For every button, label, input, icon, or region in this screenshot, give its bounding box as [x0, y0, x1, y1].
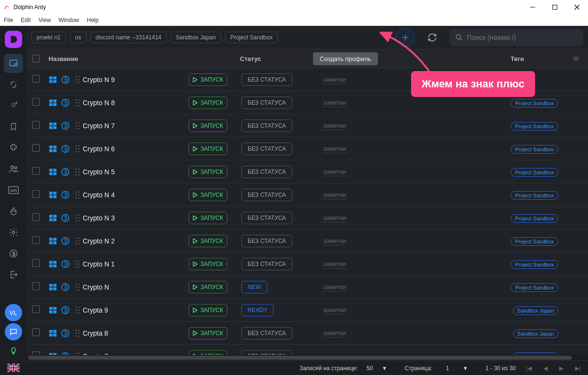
table-row[interactable]: Crypto N 1ЗАПУСКБЕЗ СТАТУСАзаметкиProjec… — [26, 253, 588, 276]
notes-field[interactable]: заметки — [323, 329, 346, 338]
profile-tag[interactable]: Project Sandbox — [511, 191, 558, 200]
launch-button[interactable]: ЗАПУСК — [188, 189, 227, 201]
status-badge[interactable]: БЕЗ СТАТУСА — [241, 143, 292, 155]
app-logo[interactable] — [5, 31, 22, 48]
sidebar-item-api[interactable]: API — [4, 181, 23, 200]
filter-tag[interactable]: discord name --33141414 — [90, 32, 167, 43]
launch-button[interactable]: ЗАПУСК — [188, 212, 227, 224]
menu-window[interactable]: Window — [59, 17, 79, 24]
column-status[interactable]: Статус — [207, 55, 294, 62]
page-value[interactable]: 1 — [446, 365, 449, 372]
status-badge[interactable]: READY — [241, 304, 274, 316]
profile-tag[interactable]: Project Sandbox — [511, 145, 558, 154]
status-badge[interactable]: БЕЗ СТАТУСА — [241, 120, 292, 132]
profile-tag[interactable]: Project Sandbox — [511, 99, 558, 108]
launch-button[interactable]: ЗАПУСК — [188, 143, 227, 155]
page-next-button[interactable]: ▶ — [558, 365, 565, 372]
notes-field[interactable]: заметки — [323, 168, 346, 176]
row-checkbox[interactable] — [32, 144, 40, 152]
drag-handle-icon[interactable] — [75, 329, 83, 337]
filter-tag[interactable]: us — [70, 32, 87, 43]
status-badge[interactable]: БЕЗ СТАТУСА — [241, 327, 292, 339]
maximize-button[interactable] — [544, 0, 566, 14]
row-checkbox[interactable] — [32, 98, 40, 106]
page-last-button[interactable]: ▶| — [574, 365, 582, 372]
launch-button[interactable]: ЗАПУСК — [188, 97, 227, 109]
table-row[interactable]: Crypto N 8ЗАПУСКБЕЗ СТАТУСАзаметкиProjec… — [26, 91, 588, 114]
per-page-dropdown-icon[interactable]: ▼ — [382, 365, 388, 372]
menu-help[interactable]: Help — [87, 17, 99, 24]
sidebar-item-extensions[interactable] — [4, 138, 23, 157]
row-checkbox[interactable] — [32, 328, 40, 336]
status-badge[interactable]: NEW — [241, 281, 267, 293]
profile-tag[interactable]: Sandbox Japan — [513, 329, 558, 338]
drag-handle-icon[interactable] — [75, 122, 83, 130]
launch-button[interactable]: ЗАПУСК — [188, 258, 227, 270]
table-row[interactable]: Crypto N 5ЗАПУСКБЕЗ СТАТУСАзаметкиProjec… — [26, 160, 588, 183]
row-checkbox[interactable] — [32, 259, 40, 267]
notes-field[interactable]: заметки — [323, 99, 346, 107]
column-name[interactable]: Название — [49, 55, 207, 62]
table-row[interactable]: Crypto N 7ЗАПУСКБЕЗ СТАТУСАзаметкиProjec… — [26, 114, 588, 137]
drag-handle-icon[interactable] — [75, 191, 83, 199]
launch-button[interactable]: ЗАПУСК — [188, 350, 227, 355]
idea-icon[interactable] — [4, 342, 23, 360]
launch-button[interactable]: ЗАПУСК — [188, 281, 227, 293]
sidebar-item-settings[interactable] — [4, 223, 23, 242]
sidebar-item-proxy[interactable] — [4, 75, 23, 94]
row-checkbox[interactable] — [32, 190, 40, 198]
table-row[interactable]: Crypto N 9ЗАПУСКБЕЗ СТАТУСАзаметки — [26, 68, 588, 91]
close-button[interactable] — [566, 0, 588, 14]
notes-field[interactable]: заметки — [323, 122, 346, 130]
notes-field[interactable]: заметки — [323, 145, 346, 153]
table-row[interactable]: Crypta 8ЗАПУСКБЕЗ СТАТУСАзаметкиSandbox … — [26, 322, 588, 345]
notes-field[interactable]: заметки — [323, 260, 346, 268]
drag-handle-icon[interactable] — [75, 214, 83, 222]
status-badge[interactable]: БЕЗ СТАТУСА — [241, 166, 292, 178]
page-first-button[interactable]: |◀ — [525, 365, 533, 372]
page-dropdown-icon[interactable]: ▼ — [463, 365, 468, 372]
profile-tag[interactable]: Project Sandbox — [511, 122, 558, 131]
menu-file[interactable]: File — [4, 17, 13, 24]
sidebar-item-team[interactable] — [4, 159, 23, 179]
notes-field[interactable]: заметки — [323, 191, 346, 199]
status-badge[interactable]: БЕЗ СТАТУСА — [241, 350, 292, 355]
row-checkbox[interactable] — [32, 75, 40, 83]
support-chat-button[interactable] — [5, 323, 22, 340]
profile-tag[interactable]: Project Sandbox — [511, 168, 558, 177]
refresh-button[interactable] — [424, 29, 441, 46]
sidebar-item-bookmarks[interactable] — [4, 117, 23, 136]
profile-tag[interactable]: Sandbox Japan — [513, 306, 558, 315]
row-checkbox[interactable] — [32, 236, 40, 244]
notes-field[interactable]: заметки — [323, 283, 346, 291]
page-prev-button[interactable]: ◀ — [542, 365, 549, 372]
drag-handle-icon[interactable] — [75, 237, 83, 245]
table-row[interactable]: Crypto N 3ЗАПУСКБЕЗ СТАТУСАзаметкиProjec… — [26, 206, 588, 230]
status-badge[interactable]: БЕЗ СТАТУСА — [241, 97, 292, 109]
table-row[interactable]: Crypta 9ЗАПУСКREADYзаметкиSandbox Japan — [26, 299, 588, 322]
language-flag-uk[interactable] — [7, 363, 20, 372]
launch-button[interactable]: ЗАПУСК — [188, 235, 227, 247]
sidebar-item-billing[interactable] — [4, 244, 23, 263]
filter-tag[interactable]: Sandbox Japan — [171, 32, 221, 43]
drag-handle-icon[interactable] — [75, 306, 83, 314]
table-row[interactable]: Crypto N 4ЗАПУСКБЕЗ СТАТУСАзаметкиProjec… — [26, 183, 588, 206]
search-box[interactable] — [450, 29, 583, 46]
column-tags[interactable]: Теги — [511, 55, 524, 62]
minimize-button[interactable] — [522, 0, 544, 14]
notes-field[interactable]: заметки — [323, 76, 346, 84]
menu-edit[interactable]: Edit — [21, 17, 31, 24]
launch-button[interactable]: ЗАПУСК — [188, 120, 227, 132]
notes-field[interactable]: заметки — [323, 306, 346, 315]
create-profile-button[interactable]: Создать профиль — [313, 52, 378, 65]
row-checkbox[interactable] — [32, 167, 40, 175]
select-all-checkbox[interactable] — [32, 55, 40, 62]
sidebar-item-logout[interactable] — [4, 265, 23, 284]
profile-tag[interactable]: Project Sandbox — [511, 237, 558, 246]
table-settings-icon[interactable] — [572, 55, 580, 62]
profile-tag[interactable]: Project Sandbox — [511, 260, 558, 269]
notes-field[interactable]: заметки — [323, 214, 346, 222]
horizontal-scrollbar[interactable] — [26, 355, 588, 361]
row-checkbox[interactable] — [32, 282, 40, 290]
table-row[interactable]: Crypta 7ЗАПУСКБЕЗ СТАТУСАзаметкиSandbox … — [26, 345, 588, 355]
